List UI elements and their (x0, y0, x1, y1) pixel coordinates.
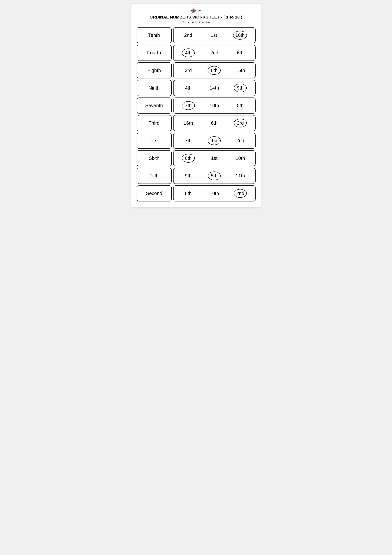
worksheet-row: First7th1st2nd (136, 133, 256, 149)
worksheet-row: Eighth3rd8th15th (136, 62, 256, 79)
worksheet-title: ORDINAL NUMBERS WORKSHEET - ( 1 to 10 ) (136, 15, 256, 20)
word-cell: Third (136, 115, 172, 131)
options-cell: 3rd8th15th (173, 62, 256, 79)
worksheet-row: Seventh7th10th5th (136, 97, 256, 114)
options-cell: 8th10th2nd (173, 185, 256, 201)
option-item[interactable]: 7th (182, 138, 195, 144)
option-item[interactable]: 6th (234, 50, 247, 56)
worksheet-row: Ninth4th14th9th (136, 80, 256, 96)
svg-point-10 (193, 10, 194, 12)
worksheet-row: Fifth9th5th11th (136, 168, 256, 184)
word-cell: Sixth (136, 150, 172, 166)
option-item[interactable]: 2nd (182, 32, 195, 38)
options-cell: 9th5th11th (173, 168, 256, 184)
option-item[interactable]: 11th (234, 173, 247, 179)
option-item[interactable]: 2nd (208, 50, 221, 56)
word-cell: Tenth (136, 27, 172, 43)
worksheet-page: Ira ORDINAL NUMBERS WORKSHEET - ( 1 to 1… (131, 4, 261, 207)
option-item[interactable]: 3rd (182, 67, 195, 73)
worksheet-row: Tenth2nd1st10th (136, 27, 256, 43)
option-item[interactable]: 5th (208, 171, 221, 180)
worksheet-row: Second8th10th2nd (136, 185, 256, 201)
option-item[interactable]: 10th (234, 155, 247, 161)
options-cell: 2nd1st10th (173, 27, 256, 43)
option-item[interactable]: 15th (234, 67, 247, 73)
option-item[interactable]: 2nd (234, 189, 247, 198)
options-cell: 4th14th9th (173, 80, 256, 96)
option-item[interactable]: 4th (182, 85, 195, 91)
option-item[interactable]: 16th (182, 120, 195, 126)
option-item[interactable]: 10th (208, 190, 221, 196)
option-item[interactable]: 5th (234, 103, 247, 108)
worksheet-row: Sixth6th1st10th (136, 150, 256, 166)
worksheet-row: Third16th6th3rd (136, 115, 256, 131)
options-cell: 7th1st2nd (173, 133, 256, 149)
option-item[interactable]: 6th (182, 154, 195, 163)
option-item[interactable]: 14th (208, 85, 221, 91)
word-cell: Eighth (136, 62, 172, 79)
option-item[interactable]: 9th (234, 84, 247, 92)
option-item[interactable]: 4th (182, 49, 195, 57)
word-cell: Fourth (136, 45, 172, 61)
option-item[interactable]: 1st (208, 155, 221, 161)
word-cell: Seventh (136, 97, 172, 114)
word-cell: Fifth (136, 168, 172, 184)
option-item[interactable]: 6th (208, 120, 221, 126)
option-item[interactable]: 8th (182, 190, 195, 196)
worksheet-row: Fourth4th2nd6th (136, 45, 256, 61)
logo-icon (191, 8, 196, 14)
logo-area: Ira (136, 8, 256, 14)
options-cell: 6th1st10th (173, 150, 256, 166)
option-item[interactable]: 7th (182, 101, 195, 110)
option-item[interactable]: 10th (233, 31, 247, 40)
option-item[interactable]: 8th (208, 66, 221, 75)
options-cell: 16th6th3rd (173, 115, 256, 131)
worksheet-grid: Tenth2nd1st10thFourth4th2nd6thEighth3rd8… (136, 27, 256, 201)
options-cell: 7th10th5th (173, 97, 256, 114)
option-item[interactable]: 1st (207, 32, 220, 38)
option-item[interactable]: 2nd (234, 138, 247, 144)
word-cell: Second (136, 185, 172, 201)
header: Ira ORDINAL NUMBERS WORKSHEET - ( 1 to 1… (136, 8, 256, 24)
worksheet-subtitle: Circle the right number (136, 21, 256, 24)
option-item[interactable]: 3rd (234, 119, 247, 127)
word-cell: First (136, 133, 172, 149)
options-cell: 4th2nd6th (173, 45, 256, 61)
word-cell: Ninth (136, 80, 172, 96)
option-item[interactable]: 9th (182, 173, 195, 179)
option-item[interactable]: 10th (208, 103, 221, 108)
logo-text: Ira (197, 9, 201, 13)
option-item[interactable]: 1st (208, 136, 221, 145)
